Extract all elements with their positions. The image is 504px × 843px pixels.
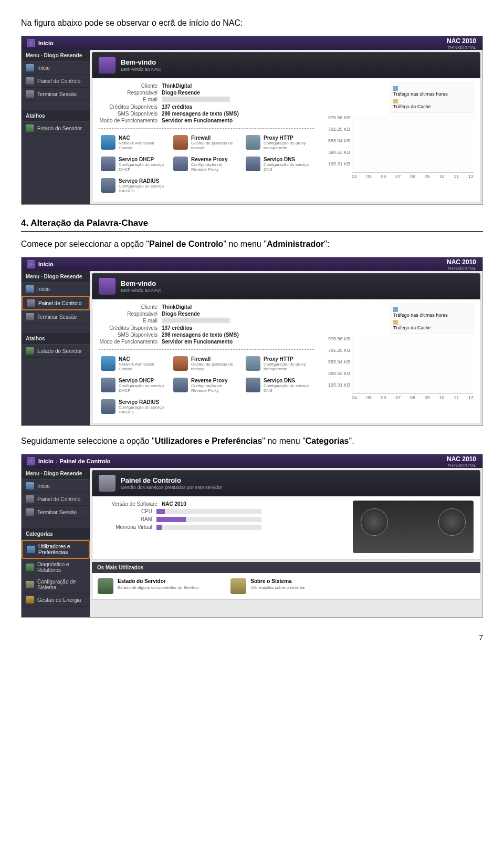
shortcut-proxy-http[interactable]: Proxy HTTPConfiguração do proxy transpar… (244, 354, 312, 373)
crumb-painel[interactable]: Painel de Controlo (59, 458, 110, 464)
home-icon (26, 482, 34, 490)
sidebar-inicio[interactable]: Início (22, 283, 90, 296)
server-icon (26, 347, 34, 355)
sidebar-painel[interactable]: Painel de Controlo (22, 75, 90, 88)
legend-swatch-trafego (393, 86, 398, 91)
power-icon (26, 596, 34, 603)
shortcut-icon (101, 178, 116, 193)
sidebar-terminar[interactable]: Terminar Sessão (22, 310, 90, 324)
legend-swatch-cache (393, 99, 398, 103)
shortcut-reverse-proxy[interactable]: Reverse ProxyConfiguração de Reverse Pro… (171, 376, 239, 395)
traffic-chart: 976.56 KB 781.25 KB 585.94 KB 390.63 KB … (352, 115, 474, 173)
shortcut-reverse-proxy[interactable]: Reverse ProxyConfiguração de Reverse Pro… (171, 154, 239, 174)
shortcut-firewall[interactable]: FirewallGestão de políticas de firewall (171, 354, 239, 373)
shortcut-serviço-radius[interactable]: Serviço RADIUSConfiguração do serviço RA… (99, 176, 167, 195)
screenshot-inicio: NAC 2010THINKDIGITAL Início Menu · Diogo… (21, 36, 483, 205)
shortcut-grid: NACNetwork Admission ControlFirewallGest… (99, 133, 314, 195)
sidebar-menu-title: Menu · Diogo Resende (22, 50, 90, 61)
sidebar-estado-servidor[interactable]: Estado do Servidor (22, 122, 90, 135)
top-bar: Início (22, 257, 482, 271)
shortcut-proxy-http[interactable]: Proxy HTTPConfiguração do proxy transpar… (244, 133, 312, 152)
sidebar-utilizadores-highlighted[interactable]: Utilizadores e Preferências (22, 540, 90, 559)
home-icon (27, 260, 35, 268)
brand: NAC 2010THINKDIGITAL (447, 456, 476, 469)
home-icon (26, 64, 34, 71)
shortcut-serviço-dns[interactable]: Serviço DNSConfiguração do serviço DNS (244, 376, 312, 395)
shortcut-icon (101, 157, 116, 171)
sidebar-inicio[interactable]: Início (22, 61, 90, 75)
most-used-estado-do-servidor[interactable]: Estado do ServidorEstado de alguns compo… (98, 578, 199, 594)
sidebar-painel[interactable]: Painel de Controlo (22, 493, 90, 506)
cpu-bar: CPU (99, 507, 293, 515)
email-redacted (162, 97, 230, 102)
crumb-inicio[interactable]: Início (38, 40, 54, 46)
users-icon (27, 546, 35, 553)
top-bar: Início (22, 36, 482, 50)
shortcut-icon (101, 135, 116, 150)
screenshot-painel-highlight: NAC 2010THINKDIGITAL Início Menu · Diogo… (21, 257, 483, 426)
sidebar: Menu · Diogo Resende Início Painel de Co… (22, 271, 90, 425)
shortcut-icon (173, 135, 188, 150)
mu-icon (98, 578, 113, 594)
swap-bar: Memória Virtual (99, 523, 293, 531)
sidebar-terminar[interactable]: Terminar Sessão (22, 506, 90, 519)
welcome-icon (99, 57, 116, 74)
legend-swatch-cache (393, 320, 398, 325)
logout-icon (26, 90, 34, 98)
para-utilizadores: Seguidamente seleccione a opção "Utiliza… (21, 436, 483, 446)
chart-legend: Tráfego nas últimas horas Tráfego da Cac… (390, 82, 474, 113)
intro-text: Na figura abaixo pode se observar o ecrã… (21, 18, 483, 28)
logout-icon (26, 508, 34, 516)
chart-legend: Tráfego nas últimas horas Tráfego da Cac… (390, 304, 474, 334)
panel-icon (27, 299, 35, 307)
most-used-title: Os Mais Utilizados (92, 562, 480, 573)
panel-icon (26, 495, 34, 503)
sidebar-inicio[interactable]: Início (22, 480, 90, 493)
sidebar-terminar[interactable]: Terminar Sessão (22, 88, 90, 101)
email-redacted (162, 318, 230, 323)
welcome-icon (99, 278, 116, 295)
shortcut-icon (246, 356, 260, 371)
shortcut-icon (101, 356, 116, 371)
screenshot-painel-controlo: NAC 2010THINKDIGITAL Início › Painel de … (21, 454, 483, 618)
shortcut-icon (173, 378, 188, 392)
shortcut-grid: NACNetwork Admission ControlFirewallGest… (99, 354, 314, 417)
shortcut-firewall[interactable]: FirewallGestão de políticas de firewall (171, 133, 239, 152)
home-icon (27, 39, 35, 47)
legend-swatch-trafego (393, 307, 398, 312)
shortcut-nac[interactable]: NACNetwork Admission Control (99, 133, 167, 152)
most-used-body: Estado do ServidorEstado de alguns compo… (92, 573, 480, 600)
sidebar-estado-servidor[interactable]: Estado do Servidor (22, 345, 90, 358)
traffic-chart: 976.56 KB 781.25 KB 585.94 KB 390.63 KB … (352, 336, 474, 394)
sidebar-atalhos-title: Atalhos (22, 333, 90, 345)
shortcut-icon (173, 157, 188, 171)
shortcut-icon (246, 157, 260, 171)
shortcut-serviço-dns[interactable]: Serviço DNSConfiguração do serviço DNS (244, 154, 312, 174)
server-icon (26, 124, 34, 132)
shortcut-serviço-radius[interactable]: Serviço RADIUSConfiguração do serviço RA… (99, 397, 167, 417)
crumb-inicio[interactable]: Início (38, 458, 54, 464)
most-used-sobre-o-sistema[interactable]: Sobre o SistemaInformações sobre o siste… (230, 578, 304, 594)
shortcut-serviço-dhcp[interactable]: Serviço DHCPConfiguração do serviço DHCP (99, 154, 167, 174)
sidebar-config[interactable]: Configuração de Sistema (22, 576, 90, 594)
sidebar: Menu · Diogo Resende Início Painel de Co… (22, 468, 90, 617)
crumb-inicio[interactable]: Início (38, 261, 54, 267)
sidebar-painel-highlighted[interactable]: Painel de Controlo (22, 296, 90, 310)
panel-icon (26, 77, 34, 85)
shortcut-serviço-dhcp[interactable]: Serviço DHCPConfiguração do serviço DHCP (99, 376, 167, 395)
welcome-header: Bem-vindoBem-vindo ao NAC (92, 273, 480, 299)
sidebar-menu-title: Menu · Diogo Resende (22, 468, 90, 480)
para-painel: Comece por seleccionar a opção "Painel d… (21, 240, 483, 249)
sidebar-menu-title: Menu · Diogo Resende (22, 271, 90, 283)
shortcut-nac[interactable]: NACNetwork Admission Control (99, 354, 167, 373)
server-image (353, 501, 474, 553)
sidebar-categorias-title: Categorias (22, 528, 90, 540)
brand: NAC 2010THINKDIGITAL (447, 38, 476, 50)
page-number: 7 (21, 633, 483, 642)
home-icon (27, 457, 35, 465)
sidebar-atalhos-title: Atalhos (22, 110, 90, 122)
sidebar-diagnostico[interactable]: Diagnóstico e Relatórios (22, 559, 90, 576)
sidebar-energia[interactable]: Gestão de Energia (22, 594, 90, 607)
home-icon (26, 285, 34, 293)
top-bar: Início › Painel de Controlo (22, 454, 482, 468)
